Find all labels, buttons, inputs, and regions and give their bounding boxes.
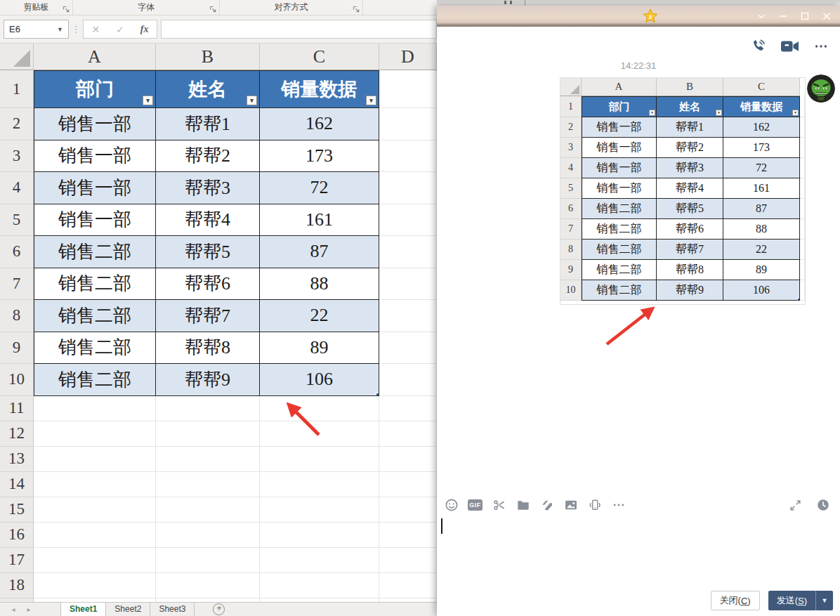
cell[interactable]: 161	[723, 178, 800, 199]
cell[interactable]: 姓名▾	[657, 96, 723, 117]
row-header-2[interactable]: 2	[0, 108, 34, 140]
cell[interactable]	[34, 472, 156, 497]
cell[interactable]: 帮帮6	[156, 268, 260, 301]
filter-button[interactable]: ▾	[143, 96, 153, 105]
message-history-clock-icon[interactable]	[815, 498, 830, 513]
maximize-icon[interactable]	[794, 6, 815, 27]
column-header-D[interactable]: D	[379, 44, 437, 70]
row-header-4[interactable]: 4	[0, 172, 34, 204]
cell[interactable]: 帮帮2	[156, 140, 260, 173]
cell[interactable]: 162	[723, 117, 800, 138]
cell[interactable]: 销量数据▾	[723, 96, 800, 117]
cell[interactable]: 销售一部	[582, 158, 657, 178]
cell[interactable]: 162	[260, 108, 379, 140]
cell[interactable]: 帮帮8	[657, 260, 723, 280]
sheet-tab-sheet3[interactable]: Sheet3	[150, 603, 195, 616]
cell[interactable]	[379, 204, 437, 237]
cell[interactable]: 销售一部	[34, 172, 156, 204]
cell[interactable]: 销售一部	[582, 178, 657, 199]
cancel-entry-icon[interactable]: ✕	[91, 24, 100, 35]
row-header-15[interactable]: 15	[0, 497, 34, 523]
cell[interactable]: 帮帮9	[156, 364, 260, 396]
row-header-8[interactable]: 8	[560, 240, 582, 260]
cell[interactable]	[34, 573, 156, 598]
name-box[interactable]: E6 ▼	[4, 20, 69, 39]
cell[interactable]: 106	[723, 280, 800, 301]
column-header-C[interactable]: C	[260, 44, 379, 70]
cell[interactable]	[800, 117, 805, 138]
row-header-9[interactable]: 9	[560, 260, 582, 280]
row-header-17[interactable]: 17	[0, 548, 34, 573]
row-header-16[interactable]: 16	[0, 523, 34, 548]
cell[interactable]: 帮帮4	[156, 204, 260, 237]
message-input[interactable]	[437, 514, 840, 584]
window-shake-icon[interactable]	[587, 498, 602, 513]
cell[interactable]	[156, 523, 260, 548]
cell[interactable]	[800, 96, 805, 117]
column-header-C[interactable]: C	[723, 78, 800, 96]
cell[interactable]	[260, 548, 379, 573]
column-header-A[interactable]: A	[582, 78, 657, 96]
cell[interactable]: 72	[723, 158, 800, 178]
cell[interactable]	[34, 447, 156, 472]
column-header-B[interactable]: B	[156, 44, 260, 70]
cell[interactable]: 帮帮3	[657, 158, 723, 178]
cell[interactable]	[800, 240, 805, 260]
emoji-icon[interactable]	[444, 498, 459, 513]
cell[interactable]	[156, 447, 260, 472]
cell[interactable]: 销售二部	[34, 236, 156, 268]
cell[interactable]	[260, 447, 379, 472]
cell[interactable]	[156, 548, 260, 573]
close-icon[interactable]	[815, 6, 837, 27]
gif-icon[interactable]: GIF	[468, 498, 483, 513]
cell[interactable]	[379, 268, 437, 301]
cell[interactable]: 销售二部	[582, 219, 657, 240]
cell[interactable]: 88	[723, 219, 800, 240]
cell[interactable]: 帮帮6	[657, 219, 723, 240]
row-header-6[interactable]: 6	[560, 199, 582, 219]
cell[interactable]	[800, 178, 805, 199]
avatar[interactable]	[807, 74, 835, 103]
row-header-12[interactable]: 12	[0, 421, 34, 447]
screenshot-scissors-icon[interactable]	[492, 498, 506, 513]
send-options-chevron-icon[interactable]: ▼	[815, 591, 833, 610]
row-header-2[interactable]: 2	[560, 117, 582, 138]
row-header-14[interactable]: 14	[0, 472, 34, 497]
cell[interactable]: 173	[260, 140, 379, 173]
filter-button[interactable]: ▾	[716, 110, 722, 116]
cell[interactable]: 销售一部	[582, 117, 657, 138]
cell[interactable]	[800, 260, 805, 280]
cell[interactable]	[800, 280, 805, 301]
cell[interactable]	[379, 70, 437, 108]
row-header-9[interactable]: 9	[0, 332, 34, 365]
cell[interactable]	[34, 421, 156, 447]
formula-input[interactable]	[161, 20, 437, 39]
cell[interactable]: 姓名▾	[156, 70, 260, 108]
cell[interactable]	[260, 497, 379, 523]
cell[interactable]	[379, 396, 437, 421]
cell[interactable]: 106	[260, 364, 379, 396]
tencent-docs-icon[interactable]	[539, 498, 554, 513]
cell[interactable]: 帮帮8	[156, 332, 260, 365]
cell[interactable]	[379, 236, 437, 268]
cell[interactable]: 部门▾	[582, 96, 657, 117]
cell[interactable]: 72	[260, 172, 379, 204]
toolbar-more-icon[interactable]	[611, 498, 626, 513]
cell[interactable]: 帮帮9	[657, 280, 723, 301]
send-file-folder-icon[interactable]	[516, 498, 530, 513]
filter-button[interactable]: ▾	[649, 110, 655, 116]
collapse-chevron-icon[interactable]	[750, 6, 772, 27]
row-header-5[interactable]: 5	[0, 204, 34, 237]
cell[interactable]	[34, 523, 156, 548]
cell[interactable]	[156, 472, 260, 497]
row-header-13[interactable]: 13	[0, 447, 34, 472]
cell[interactable]: 销售二部	[34, 268, 156, 301]
cell[interactable]	[260, 523, 379, 548]
cell[interactable]	[156, 497, 260, 523]
row-header-7[interactable]: 7	[0, 268, 34, 301]
column-header-A[interactable]: A	[34, 44, 156, 70]
cell[interactable]	[379, 108, 437, 140]
cell[interactable]: 销售一部	[34, 204, 156, 237]
cell[interactable]: 销售二部	[34, 332, 156, 365]
sheet-tab-sheet1[interactable]: Sheet1	[61, 603, 106, 616]
